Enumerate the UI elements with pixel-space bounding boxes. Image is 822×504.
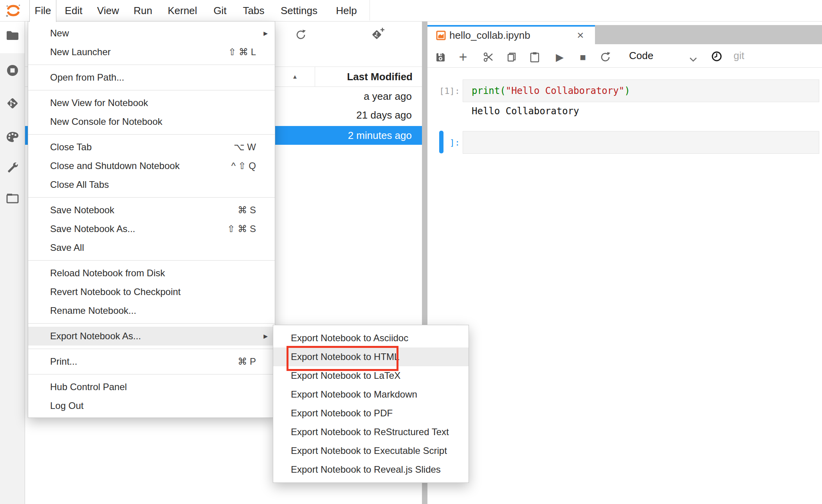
menubar-edge-divider — [370, 0, 370, 20]
cell-output-text: Hello Collaboratory — [472, 103, 579, 120]
menu-item-print[interactable]: Print...⌘ P — [28, 352, 275, 371]
menu-edit[interactable]: Edit — [65, 0, 83, 21]
menu-separator — [28, 323, 275, 324]
menu-separator — [28, 90, 275, 90]
menu-item-open-from-path[interactable]: Open from Path... — [28, 68, 275, 87]
menu-item-new[interactable]: New▶ — [28, 24, 275, 43]
menu-item-close-tab[interactable]: Close Tab⌥ W — [28, 138, 275, 157]
column-divider — [315, 67, 315, 87]
menu-item-reload-notebook[interactable]: Reload Notebook from Disk — [28, 264, 275, 283]
file-browser-icon[interactable] — [0, 30, 25, 41]
menu-item-label: New View for Notebook — [50, 97, 148, 108]
copy-cells-icon[interactable] — [506, 51, 517, 63]
paste-cells-icon[interactable] — [529, 51, 541, 63]
menu-item-save-all[interactable]: Save All — [28, 238, 275, 257]
git-status-label: git — [734, 44, 744, 68]
menu-shortcut: ^ ⇧ Q — [231, 157, 256, 175]
submenu-item-export-markdown[interactable]: Export Notebook to Markdown — [273, 385, 469, 404]
menu-item-rename-notebook[interactable]: Rename Notebook... — [28, 301, 275, 320]
menu-item-label: Log Out — [50, 400, 83, 411]
menu-shortcut: ⇧ ⌘ S — [227, 220, 256, 238]
menu-item-label: Close and Shutdown Notebook — [50, 160, 180, 171]
property-inspector-icon[interactable] — [0, 162, 25, 175]
stop-kernel-icon[interactable]: ■ — [577, 51, 589, 63]
menu-item-save-notebook-as[interactable]: Save Notebook As...⇧ ⌘ S — [28, 220, 275, 238]
cell-execution-prompt: [1]: — [427, 79, 460, 102]
menu-help[interactable]: Help — [336, 0, 357, 21]
menu-item-label: Save Notebook As... — [50, 223, 135, 234]
git-sidebar-icon[interactable] — [0, 96, 25, 110]
menu-separator — [28, 349, 275, 349]
menu-file[interactable]: File — [29, 0, 56, 22]
menu-separator — [28, 197, 275, 198]
menu-item-label: New — [50, 28, 69, 38]
tab-close-icon[interactable]: × — [577, 27, 584, 44]
active-cell-collapser[interactable] — [439, 131, 443, 153]
history-clock-icon[interactable] — [711, 50, 723, 63]
menu-item-label: Reload Notebook from Disk — [50, 268, 165, 278]
submenu-item-export-pdf[interactable]: Export Notebook to PDF — [273, 404, 469, 423]
menu-item-label: Revert Notebook to Checkpoint — [50, 286, 181, 297]
menu-item-label: Save Notebook — [50, 205, 114, 215]
restart-kernel-icon[interactable] — [600, 51, 611, 63]
submenu-item-export-asciidoc[interactable]: Export Notebook to Asciidoc — [273, 329, 469, 347]
notebook-tab[interactable]: hello_collab.ipynb × — [427, 25, 595, 44]
menu-item-new-view[interactable]: New View for Notebook — [28, 94, 275, 112]
menu-git[interactable]: Git — [213, 0, 226, 21]
menu-item-close-and-shutdown[interactable]: Close and Shutdown Notebook^ ⇧ Q — [28, 157, 275, 175]
refresh-file-list-icon[interactable] — [295, 29, 307, 42]
menu-item-log-out[interactable]: Log Out — [28, 396, 275, 415]
command-palette-icon[interactable] — [0, 131, 25, 143]
open-tabs-icon[interactable] — [0, 193, 25, 204]
menu-item-label: New Console for Notebook — [50, 116, 162, 127]
menu-item-revert-notebook[interactable]: Revert Notebook to Checkpoint — [28, 283, 275, 301]
sort-ascending-icon[interactable]: ▲ — [292, 67, 298, 87]
annotation-highlight-box — [287, 346, 398, 371]
menu-kernel[interactable]: Kernel — [168, 0, 197, 21]
menu-shortcut: ⌘ S — [238, 201, 256, 220]
tab-bar-empty-area — [595, 25, 822, 44]
menu-separator — [28, 374, 275, 374]
empty-code-cell-input[interactable] — [463, 131, 819, 154]
menu-tabs[interactable]: Tabs — [243, 0, 265, 21]
menu-item-close-all-tabs[interactable]: Close All Tabs — [28, 175, 275, 194]
last-modified-header[interactable]: Last Modified — [317, 67, 413, 87]
submenu-item-export-revealjs-slides[interactable]: Export Notebook to Reveal.js Slides — [273, 460, 469, 479]
running-kernels-icon[interactable] — [0, 64, 25, 77]
menu-item-new-console[interactable]: New Console for Notebook — [28, 112, 275, 131]
cut-cells-icon[interactable] — [483, 51, 494, 63]
menu-item-label: Print... — [50, 356, 77, 367]
menu-settings[interactable]: Settings — [281, 0, 317, 21]
submenu-arrow-icon: ▶ — [263, 327, 268, 346]
menu-item-label: Rename Notebook... — [50, 305, 136, 316]
jupyterlab-window: Edit View Run Kernel Git Tabs Settings H… — [0, 0, 822, 504]
submenu-item-export-restructured-text[interactable]: Export Notebook to ReStructured Text — [273, 423, 469, 441]
code-function: print — [472, 85, 500, 96]
menu-item-label: Hub Control Panel — [50, 382, 127, 392]
add-cell-icon[interactable]: + — [457, 51, 469, 63]
chevron-down-icon[interactable] — [687, 53, 699, 66]
save-icon[interactable] — [434, 51, 446, 63]
cell-type-dropdown[interactable]: Code — [629, 44, 653, 68]
menu-item-save-notebook[interactable]: Save Notebook⌘ S — [28, 201, 275, 220]
menu-item-export-notebook-as[interactable]: Export Notebook As...▶ — [28, 327, 275, 346]
menu-item-label: Open from Path... — [50, 72, 124, 83]
menu-run[interactable]: Run — [133, 0, 152, 21]
notebook-file-icon — [436, 31, 446, 40]
menu-separator — [28, 134, 275, 135]
menu-separator — [28, 260, 275, 261]
menu-item-hub-control-panel[interactable]: Hub Control Panel — [28, 378, 275, 396]
run-cell-icon[interactable]: ▶ — [554, 51, 566, 63]
code-paren-open: ( — [500, 85, 505, 96]
file-menu-dropdown: New▶ New Launcher⇧ ⌘ L Open from Path...… — [28, 21, 275, 418]
menu-shortcut: ⇧ ⌘ L — [228, 43, 256, 61]
menu-item-label: Close Tab — [50, 142, 92, 152]
code-cell-input[interactable]: print("Hello Collaboratory") — [463, 79, 819, 102]
menu-view[interactable]: View — [97, 0, 119, 21]
menu-item-new-launcher[interactable]: New Launcher⇧ ⌘ L — [28, 43, 275, 61]
code-paren-close: ) — [624, 85, 630, 96]
git-clone-icon[interactable] — [371, 27, 385, 42]
code-string: "Hello Collaboratory" — [506, 85, 624, 96]
submenu-item-export-executable-script[interactable]: Export Notebook to Executable Script — [273, 441, 469, 460]
tab-title: hello_collab.ipynb — [449, 27, 530, 44]
